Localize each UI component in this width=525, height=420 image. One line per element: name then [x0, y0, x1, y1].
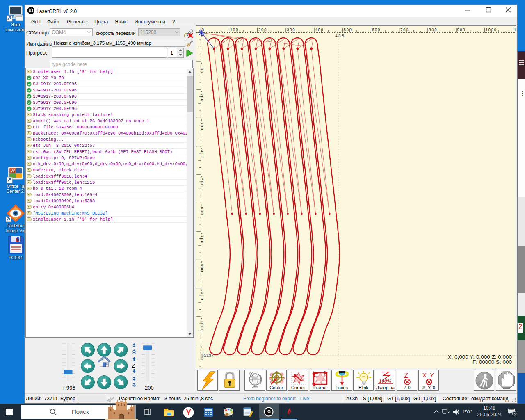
svg-text:-800: -800: [199, 260, 204, 272]
svg-text:200: 200: [258, 28, 267, 32]
svg-text:100%: 100%: [379, 378, 392, 384]
svg-text:485: 485: [335, 34, 345, 39]
svg-text:1000: 1000: [485, 28, 497, 32]
svg-text:W: W: [11, 168, 15, 173]
svg-text:400: 400: [315, 28, 324, 32]
svg-text:0: 0: [201, 28, 204, 32]
svg-text:0: 0: [199, 34, 204, 37]
svg-text:1100: 1100: [514, 28, 516, 32]
svg-text:-100: -100: [199, 62, 204, 73]
svg-text:E: E: [16, 237, 19, 242]
svg-text:-900: -900: [199, 289, 204, 301]
svg-text:500: 500: [343, 28, 352, 32]
svg-text:100: 100: [230, 28, 239, 32]
svg-text:-500: -500: [199, 176, 204, 187]
svg-text:3: 3: [514, 412, 516, 416]
svg-text:-300: -300: [199, 119, 204, 130]
svg-text:Z: Z: [404, 372, 408, 379]
svg-text:-700: -700: [199, 232, 204, 244]
svg-text:X: X: [422, 372, 427, 379]
svg-text:700: 700: [400, 28, 409, 32]
svg-text:200: 200: [145, 385, 154, 391]
svg-text:-1137: -1137: [201, 354, 214, 358]
svg-text:-1000: -1000: [199, 317, 204, 332]
svg-text:Y: Y: [430, 372, 434, 379]
svg-text:Z: Z: [132, 363, 135, 369]
svg-text:-400: -400: [199, 147, 204, 159]
svg-text:F996: F996: [63, 385, 75, 391]
svg-text:300: 300: [287, 28, 295, 32]
svg-text:F: 00000 S: 000: F: 00000 S: 000: [472, 359, 512, 365]
svg-text:800: 800: [429, 28, 437, 32]
svg-text:900: 900: [457, 28, 466, 32]
svg-text:-600: -600: [199, 204, 204, 215]
svg-text:600: 600: [372, 28, 381, 32]
svg-text:-200: -200: [199, 90, 204, 102]
